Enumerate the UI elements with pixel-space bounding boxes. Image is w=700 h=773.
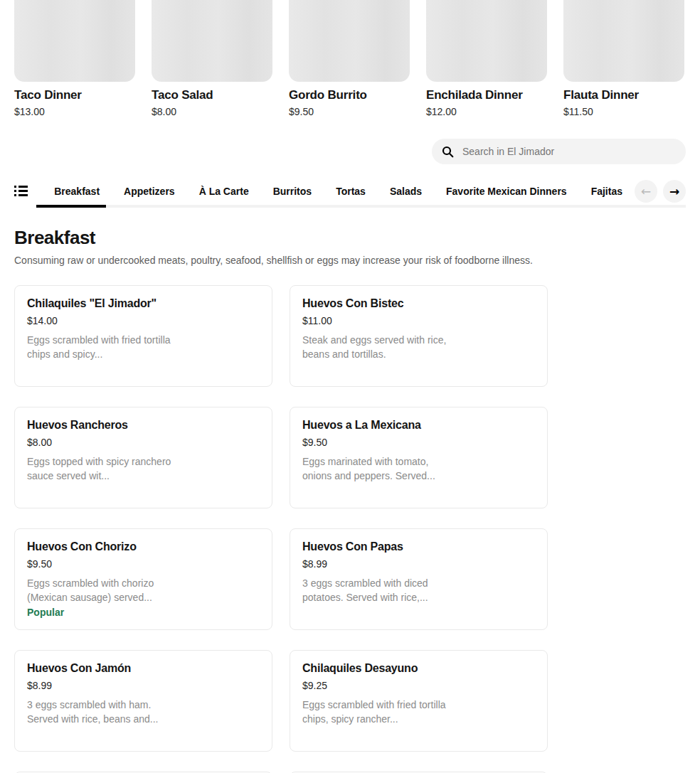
item-image-placeholder (152, 0, 272, 82)
item-price: $8.99 (302, 558, 535, 570)
item-description: Steak and eggs served with rice, beans a… (302, 333, 450, 361)
menu-list-button[interactable] (14, 182, 32, 201)
active-tab-indicator (36, 205, 106, 208)
item-name: Huevos a La Mexicana (302, 419, 535, 432)
food-safety-disclaimer: Consuming raw or undercooked meats, poul… (14, 255, 686, 266)
item-description: 3 eggs scrambled with ham. Served with r… (27, 698, 175, 726)
item-name: Flauta Dinner (563, 88, 684, 102)
item-price: $8.00 (27, 437, 260, 448)
scroll-right-button[interactable]: → (663, 180, 686, 203)
item-description: Eggs scrambled with fried tortilla chips… (302, 698, 450, 726)
tab-breakfast[interactable]: Breakfast (42, 174, 112, 208)
search-row (14, 139, 686, 164)
item-price: $12.00 (426, 106, 547, 117)
item-image-placeholder (14, 0, 135, 82)
item-price: $13.00 (14, 106, 135, 117)
item-price: $9.25 (302, 680, 535, 691)
tab-fajitas[interactable]: Fajitas (579, 174, 635, 208)
search-input[interactable] (462, 146, 676, 157)
item-image-placeholder (289, 0, 410, 82)
item-price: $9.50 (27, 558, 260, 570)
tab-favorite-mexican-dinners[interactable]: Favorite Mexican Dinners (434, 174, 579, 208)
item-name: Huevos Rancheros (27, 419, 260, 432)
restaurant-search[interactable] (432, 139, 686, 164)
menu-card-huevos-con-jamon[interactable]: Huevos Con Jamón $8.99 3 eggs scrambled … (14, 650, 272, 752)
tab-track (36, 205, 686, 208)
item-description: Eggs scrambled with chorizo (Mexican sau… (27, 576, 175, 604)
item-image-placeholder (563, 0, 684, 82)
menu-card-huevos-con-chorizo[interactable]: Huevos Con Chorizo $9.50 Eggs scrambled … (14, 528, 272, 630)
scroll-left-button[interactable]: ← (635, 180, 657, 203)
item-price: $11.00 (302, 315, 535, 326)
item-name: Huevos Con Jamón (27, 662, 260, 675)
item-description: Eggs scrambled with fried tortilla chips… (27, 333, 175, 361)
featured-items-carousel: Taco Dinner $13.00 Taco Salad $8.00 Gord… (14, 0, 686, 117)
menu-card-chilaquiles-el-jimador[interactable]: Chilaquiles "El Jimador" $14.00 Eggs scr… (14, 285, 272, 387)
item-price: $8.00 (152, 106, 272, 117)
arrow-right-icon: → (669, 184, 679, 198)
section-title: Breakfast (14, 227, 686, 249)
item-price: $14.00 (27, 315, 260, 326)
tab-burritos[interactable]: Burritos (261, 174, 324, 208)
item-name: Chilaquiles "El Jimador" (27, 297, 260, 310)
tab-appetizers[interactable]: Appetizers (112, 174, 187, 208)
menu-card-huevos-con-bistec[interactable]: Huevos Con Bistec $11.00 Steak and eggs … (290, 285, 548, 387)
list-icon (14, 184, 28, 198)
item-price: $9.50 (302, 437, 535, 448)
popular-badge: Popular (27, 607, 260, 618)
item-name: Huevos Con Chorizo (27, 540, 260, 553)
carousel-item[interactable]: Taco Dinner $13.00 (14, 0, 135, 117)
item-description: 3 eggs scrambled with diced potatoes. Se… (302, 576, 450, 604)
item-name: Enchilada Dinner (426, 88, 547, 102)
item-description: Eggs marinated with tomato, onions and p… (302, 454, 450, 483)
item-price: $8.99 (27, 680, 260, 691)
item-price: $11.50 (563, 106, 684, 117)
carousel-item[interactable]: Gordo Burrito $9.50 (289, 0, 410, 117)
item-name: Huevos Con Bistec (302, 297, 535, 310)
category-tabbar: Breakfast Appetizers À La Carte Burritos… (0, 174, 700, 208)
tab-salads[interactable]: Salads (378, 174, 434, 208)
tab-scroll-buttons: ← → (635, 180, 686, 203)
menu-items-grid: Chilaquiles "El Jimador" $14.00 Eggs scr… (14, 285, 686, 773)
item-description: Eggs topped with spicy ranchero sauce se… (27, 454, 175, 483)
item-price: $9.50 (289, 106, 410, 117)
arrow-left-icon: ← (641, 184, 651, 198)
carousel-item[interactable]: Taco Salad $8.00 (152, 0, 272, 117)
menu-card-huevos-a-la-mexicana[interactable]: Huevos a La Mexicana $9.50 Eggs marinate… (290, 407, 548, 508)
carousel-item[interactable]: Flauta Dinner $11.50 (563, 0, 684, 117)
item-name: Chilaquiles Desayuno (302, 662, 535, 675)
carousel-item[interactable]: Enchilada Dinner $12.00 (426, 0, 547, 117)
menu-card-huevos-rancheros[interactable]: Huevos Rancheros $8.00 Eggs topped with … (14, 407, 272, 508)
search-icon (442, 146, 454, 158)
item-name: Huevos Con Papas (302, 540, 535, 553)
menu-card-chilaquiles-desayuno[interactable]: Chilaquiles Desayuno $9.25 Eggs scramble… (290, 650, 548, 752)
tab-a-la-carte[interactable]: À La Carte (187, 174, 261, 208)
item-name: Gordo Burrito (289, 88, 410, 102)
item-name: Taco Dinner (14, 88, 135, 102)
item-name: Taco Salad (152, 88, 272, 102)
menu-card-huevos-con-papas[interactable]: Huevos Con Papas $8.99 3 eggs scrambled … (290, 528, 548, 630)
tab-tortas[interactable]: Tortas (324, 174, 378, 208)
category-tabs: Breakfast Appetizers À La Carte Burritos… (42, 174, 635, 208)
item-image-placeholder (426, 0, 547, 82)
